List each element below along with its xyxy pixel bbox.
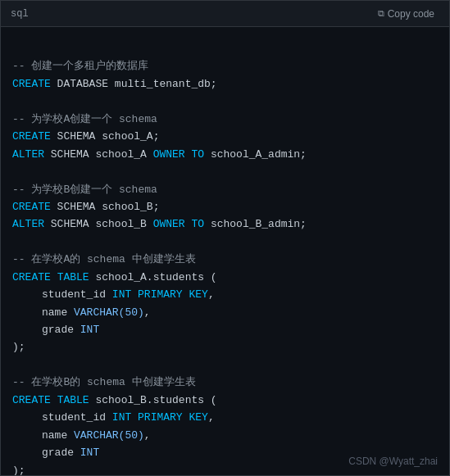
code-token: SCHEMA school_B; <box>51 201 160 213</box>
code-token: ALTER <box>12 148 44 161</box>
code-token: OWNER <box>153 218 185 230</box>
comment-line: -- 在学校A的 schema 中创建学生表 <box>12 251 438 268</box>
code-token: CREATE <box>12 78 51 90</box>
code-token: grade <box>42 447 80 459</box>
code-token: ALTER <box>12 218 44 230</box>
code-token: TO <box>191 218 204 230</box>
copy-icon: ⧉ <box>378 8 384 19</box>
code-token: INT <box>80 447 99 459</box>
code-token: school_A.students ( <box>89 271 217 283</box>
code-token: OWNER <box>153 148 185 161</box>
empty-line <box>12 163 438 180</box>
empty-line <box>12 233 438 251</box>
code-token: school_A_admin; <box>204 148 307 161</box>
code-line: student_id INT PRIMARY KEY, <box>12 409 438 426</box>
code-line: name VARCHAR(50), <box>12 427 438 444</box>
code-token: SCHEMA school_B <box>44 218 153 230</box>
code-line: ); <box>12 338 438 356</box>
code-token <box>51 271 57 283</box>
copy-label: Copy code <box>388 8 434 20</box>
code-token: CREATE <box>12 394 51 406</box>
code-token <box>131 288 138 301</box>
code-token: VARCHAR(50) <box>74 306 144 319</box>
code-token: TABLE <box>57 394 89 406</box>
code-line: CREATE SCHEMA school_A; <box>12 128 438 145</box>
code-token: TO <box>191 148 204 161</box>
code-token: , <box>208 411 215 424</box>
code-token: CREATE <box>12 201 51 213</box>
code-line: CREATE TABLE school_A.students ( <box>12 269 438 286</box>
code-body: -- 创建一个多租户的数据库CREATE DATABASE multi_tena… <box>1 27 449 475</box>
code-token: INT <box>80 324 99 336</box>
comment-line: -- 创建一个多租户的数据库 <box>12 57 438 75</box>
code-token: SCHEMA school_A; <box>51 130 160 143</box>
code-lang-label: sql <box>11 8 29 20</box>
code-token: , <box>208 288 215 301</box>
empty-line <box>12 93 438 110</box>
code-token: DATABASE multi_tenant_db; <box>51 78 217 90</box>
code-line: CREATE SCHEMA school_B; <box>12 198 438 215</box>
code-token: school_B.students ( <box>89 394 217 406</box>
code-line: student_id INT PRIMARY KEY, <box>12 286 438 303</box>
code-line: CREATE DATABASE multi_tenant_db; <box>12 75 438 93</box>
code-token: KEY <box>189 288 207 301</box>
code-token: SCHEMA school_A <box>44 148 153 161</box>
code-line: ALTER SCHEMA school_B OWNER TO school_B_… <box>12 215 438 233</box>
code-token <box>131 411 138 424</box>
code-line: grade INT <box>12 321 438 338</box>
code-token: INT <box>112 288 131 301</box>
code-token: CREATE <box>12 271 51 283</box>
comment-line: -- 在学校B的 schema 中创建学生表 <box>12 374 438 391</box>
empty-line <box>12 356 438 374</box>
code-token: , <box>144 429 151 442</box>
code-line: CREATE TABLE school_B.students ( <box>12 392 438 409</box>
code-token: TABLE <box>57 271 89 283</box>
code-block: sql ⧉ Copy code -- 创建一个多租户的数据库CREATE DAT… <box>0 0 450 476</box>
code-token: student_id <box>42 411 112 424</box>
code-token: grade <box>42 324 80 336</box>
code-token: name <box>42 429 74 442</box>
code-token: student_id <box>42 288 112 301</box>
code-token: VARCHAR(50) <box>74 429 144 442</box>
code-token: , <box>144 306 151 319</box>
code-token: name <box>42 306 74 319</box>
code-token: KEY <box>189 411 207 424</box>
code-token: INT <box>112 411 131 424</box>
code-token: ); <box>12 341 25 353</box>
comment-line: -- 为学校B创建一个 schema <box>12 181 438 198</box>
comment-line: -- 为学校A创建一个 schema <box>12 111 438 128</box>
code-token: CREATE <box>12 130 51 143</box>
code-token: PRIMARY <box>138 411 183 424</box>
code-line: name VARCHAR(50), <box>12 304 438 321</box>
code-token: PRIMARY <box>138 288 183 301</box>
code-token: ); <box>12 465 25 476</box>
empty-line <box>12 40 438 57</box>
watermark: CSDN @Wyatt_zhai <box>348 456 438 467</box>
code-token <box>51 394 57 406</box>
code-header: sql ⧉ Copy code <box>1 1 449 27</box>
copy-button[interactable]: ⧉ Copy code <box>373 7 439 21</box>
code-token: school_B_admin; <box>204 218 307 230</box>
code-line: ALTER SCHEMA school_A OWNER TO school_A_… <box>12 146 438 163</box>
